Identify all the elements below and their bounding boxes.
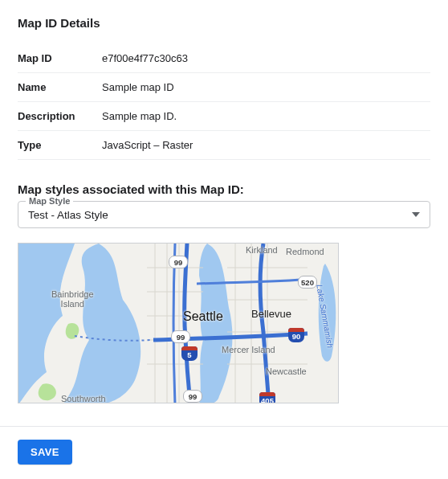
row-name: Name Sample map ID	[18, 73, 430, 102]
map-style-select[interactable]: Map Style Test - Atlas Style	[18, 201, 430, 228]
map-preview: Seattle Kirkland Redmond Bellevue Mercer…	[18, 243, 339, 403]
row-map-id: Map ID e7f00e4f77c30c63	[18, 44, 430, 73]
shield-i5: 5	[181, 346, 198, 361]
row-description: Description Sample map ID.	[18, 102, 430, 131]
label-description: Description	[18, 110, 102, 122]
save-button[interactable]: SAVE	[18, 440, 72, 465]
value-map-id: e7f00e4f77c30c63	[102, 52, 188, 64]
shield-i90: 90	[288, 328, 304, 342]
shield-wa99-a: 99	[169, 256, 188, 268]
shield-wa99-c: 99	[183, 390, 202, 403]
map-label-redmond: Redmond	[286, 247, 324, 256]
map-label-mercer: Mercer Island	[222, 345, 275, 354]
map-label-bellevue: Bellevue	[251, 308, 291, 320]
row-type: Type JavaScript – Raster	[18, 131, 430, 160]
value-type: JavaScript – Raster	[102, 139, 193, 151]
label-name: Name	[18, 81, 102, 93]
footer-bar: SAVE	[0, 426, 448, 479]
shield-wa99-b: 99	[171, 330, 190, 343]
map-label-southworth: Southworth	[61, 394, 106, 403]
map-label-bainbridge: Bainbridge Island	[51, 289, 94, 309]
section-title-details: Map ID Details	[18, 16, 430, 30]
map-style-select-value: Test - Atlas Style	[28, 208, 420, 223]
value-description: Sample map ID.	[102, 110, 177, 122]
label-type: Type	[18, 139, 102, 151]
map-style-select-label: Map Style	[26, 196, 73, 206]
shield-i405: 405	[259, 392, 275, 403]
map-label-kirkland: Kirkland	[246, 245, 278, 255]
section-title-styles: Map styles associated with this Map ID:	[18, 182, 430, 196]
map-label-seattle: Seattle	[183, 309, 223, 324]
map-label-newcastle: Newcastle	[266, 366, 307, 376]
value-name: Sample map ID	[102, 81, 174, 93]
label-map-id: Map ID	[18, 52, 102, 64]
shield-wa520: 520	[298, 276, 317, 289]
